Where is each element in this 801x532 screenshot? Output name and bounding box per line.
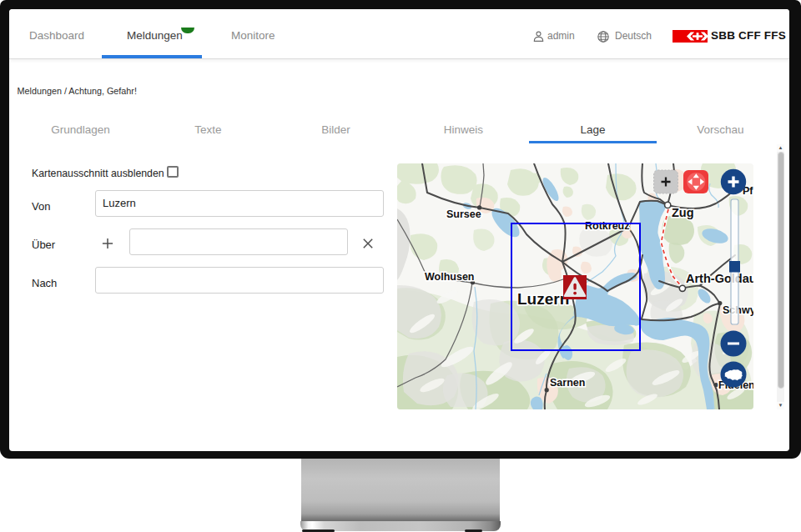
svg-text:Sarnen: Sarnen [550,377,585,389]
svg-text:Sursee: Sursee [446,208,481,220]
svg-text:Zug: Zug [672,206,694,219]
svg-text:Luzern: Luzern [517,290,569,308]
svg-text:Wolhusen: Wolhusen [425,271,475,283]
svg-text:Rotkreuz: Rotkreuz [585,220,629,232]
svg-text:Arth-Goldau: Arth-Goldau [686,272,753,285]
